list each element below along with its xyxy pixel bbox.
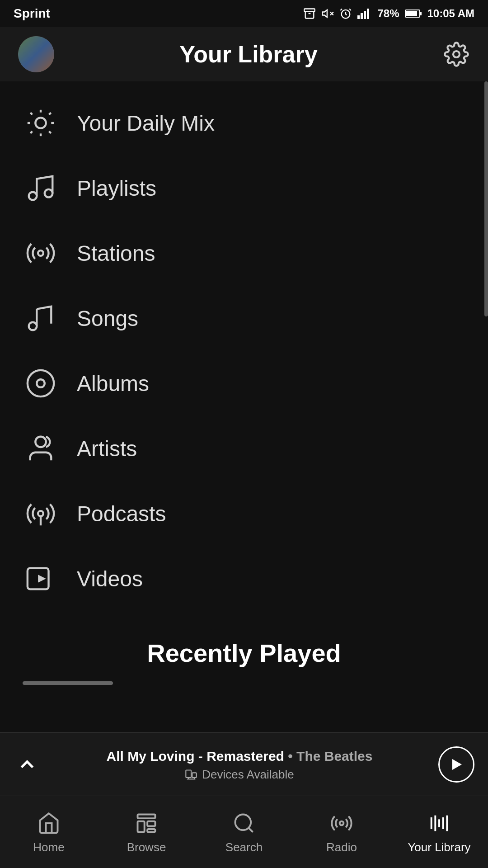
settings-button[interactable] <box>443 41 470 68</box>
svg-point-25 <box>28 370 54 396</box>
svg-marker-31 <box>38 575 46 583</box>
svg-point-26 <box>37 379 45 387</box>
svg-marker-37 <box>452 759 462 770</box>
status-right: 78% 10:05 AM <box>303 7 474 20</box>
artists-label: Artists <box>77 436 137 461</box>
svg-rect-7 <box>367 9 369 19</box>
home-nav-label: Home <box>33 840 64 854</box>
header: Your Library <box>0 27 488 81</box>
browse-nav-label: Browse <box>127 840 166 854</box>
svg-line-19 <box>30 132 32 133</box>
library-nav-label: Your Library <box>408 840 470 854</box>
library-list: Your Daily Mix Playlists Stations <box>0 81 488 620</box>
time-label: 10:05 AM <box>427 7 474 20</box>
sidebar-item-daily-mix[interactable]: Your Daily Mix <box>0 90 488 156</box>
svg-rect-38 <box>138 815 155 819</box>
svg-point-24 <box>29 322 37 330</box>
radio-nav-label: Radio <box>326 840 357 854</box>
now-playing-info: All My Loving - Remastered • The Beatles… <box>50 747 429 782</box>
now-playing-artist: The Beatles <box>296 749 372 764</box>
svg-point-42 <box>235 815 251 830</box>
svg-line-20 <box>49 113 51 114</box>
now-playing-bar[interactable]: All My Loving - Remastered • The Beatles… <box>0 732 488 796</box>
svg-rect-39 <box>138 821 145 832</box>
svg-point-44 <box>340 821 344 826</box>
svg-point-12 <box>35 118 46 128</box>
signal-icon <box>357 7 372 20</box>
play-button[interactable] <box>438 746 474 783</box>
mute-icon <box>321 7 334 20</box>
svg-rect-10 <box>406 11 417 16</box>
artist-icon <box>23 430 59 467</box>
archive-icon <box>303 7 316 20</box>
sidebar-item-playlists[interactable]: Playlists <box>0 156 488 221</box>
radio-nav-icon <box>328 810 355 837</box>
svg-rect-33 <box>192 773 197 778</box>
search-icon <box>230 810 258 837</box>
svg-rect-32 <box>186 770 192 777</box>
sidebar-item-videos[interactable]: Videos <box>0 546 488 611</box>
browse-icon <box>133 810 160 837</box>
nav-browse[interactable]: Browse <box>98 802 195 862</box>
svg-rect-9 <box>420 12 422 15</box>
library-icon <box>426 810 453 837</box>
svg-point-27 <box>35 437 46 447</box>
svg-line-43 <box>249 828 253 832</box>
page-title: Your Library <box>179 41 317 68</box>
now-playing-dot: • <box>288 749 296 764</box>
svg-point-23 <box>38 250 43 256</box>
battery-label: 78% <box>377 7 399 20</box>
music-notes-icon <box>23 170 59 206</box>
sidebar-item-albums[interactable]: Albums <box>0 351 488 416</box>
sun-icon <box>23 105 59 141</box>
nav-home[interactable]: Home <box>0 802 98 862</box>
svg-point-28 <box>38 511 43 516</box>
songs-label: Songs <box>77 306 138 331</box>
podcast-icon <box>23 495 59 532</box>
videos-label: Videos <box>77 566 143 591</box>
playlists-label: Playlists <box>77 176 156 201</box>
now-playing-device: Devices Available <box>50 768 429 782</box>
carrier-label: Sprint <box>14 6 50 21</box>
svg-line-16 <box>49 132 51 133</box>
svg-point-11 <box>453 51 460 57</box>
nav-radio[interactable]: Radio <box>293 802 390 862</box>
status-bar: Sprint 78% 10:05 AM <box>0 0 488 27</box>
svg-line-15 <box>30 113 32 114</box>
battery-icon <box>405 9 422 19</box>
device-icon <box>185 769 197 781</box>
alarm-icon <box>339 7 352 20</box>
daily-mix-label: Your Daily Mix <box>77 111 215 136</box>
albums-label: Albums <box>77 371 149 396</box>
svg-rect-4 <box>357 15 360 19</box>
svg-rect-5 <box>361 13 363 19</box>
recently-played-title: Recently Played <box>0 620 488 681</box>
svg-point-22 <box>45 189 53 198</box>
sidebar-item-podcasts[interactable]: Podcasts <box>0 481 488 546</box>
podcasts-label: Podcasts <box>77 501 166 526</box>
scrollbar[interactable] <box>484 81 488 316</box>
home-icon <box>35 810 62 837</box>
sidebar-item-artists[interactable]: Artists <box>0 416 488 481</box>
sidebar-item-stations[interactable]: Stations <box>0 221 488 286</box>
radio-icon <box>23 235 59 271</box>
disc-icon <box>23 365 59 401</box>
recently-played-indicator <box>23 681 113 685</box>
stations-label: Stations <box>77 241 155 266</box>
nav-your-library[interactable]: Your Library <box>390 802 488 862</box>
sidebar-item-songs[interactable]: Songs <box>0 286 488 351</box>
search-nav-label: Search <box>225 840 263 854</box>
svg-rect-41 <box>147 829 155 832</box>
svg-rect-40 <box>147 821 155 826</box>
svg-rect-0 <box>305 9 315 12</box>
avatar[interactable] <box>18 36 54 72</box>
video-icon <box>23 561 59 597</box>
svg-rect-6 <box>364 11 366 19</box>
collapse-button[interactable] <box>14 751 41 778</box>
nav-search[interactable]: Search <box>195 802 293 862</box>
bottom-nav: Home Browse Search <box>0 796 488 868</box>
music-note-icon <box>23 300 59 336</box>
now-playing-title: All My Loving - Remastered • The Beatles <box>50 747 429 766</box>
svg-point-21 <box>29 192 37 200</box>
